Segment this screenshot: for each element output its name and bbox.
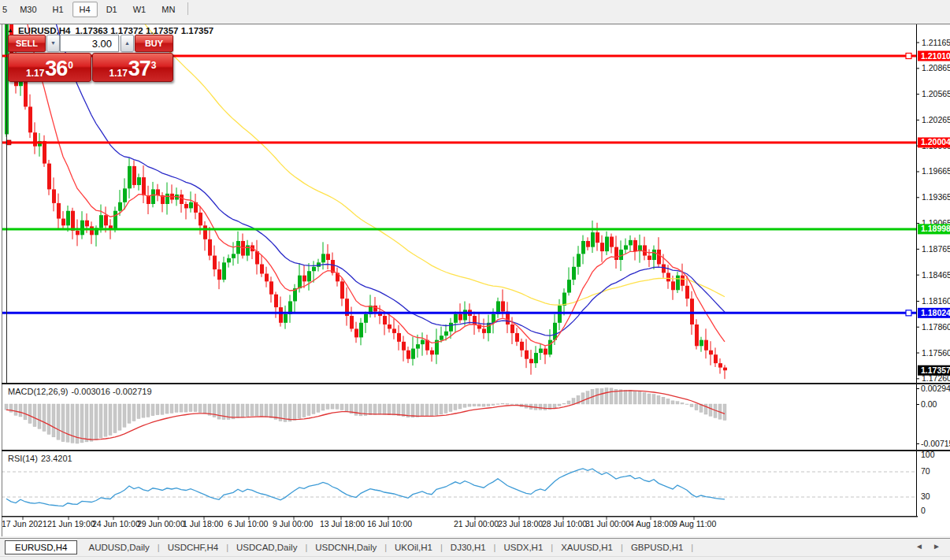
volume-increase-button[interactable]: ▲ [121, 35, 134, 52]
svg-text:29 Jun 00:00: 29 Jun 00:00 [137, 519, 185, 528]
svg-text:9 Jul 00:00: 9 Jul 00:00 [273, 519, 314, 528]
svg-text:13 Jul 18:00: 13 Jul 18:00 [320, 519, 365, 528]
svg-text:1.20865: 1.20865 [922, 63, 950, 72]
svg-text:1.18024: 1.18024 [921, 308, 950, 317]
horizontal-price-line-1.18998[interactable]: 1.18998 [2, 224, 950, 234]
svg-text:1 Jul 18:00: 1 Jul 18:00 [183, 519, 224, 528]
svg-text:-0.00715: -0.00715 [921, 439, 950, 448]
chart-tab-xauusd-h1[interactable]: XAUUSD,H1 [553, 541, 621, 554]
svg-text:16 Jul 10:00: 16 Jul 10:00 [367, 519, 412, 528]
chart-tab-usdcad-daily[interactable]: USDCAD,Daily [228, 541, 305, 554]
macd-histogram [5, 388, 726, 443]
svg-text:6 Jul 10:00: 6 Jul 10:00 [228, 519, 269, 528]
timeframe-button-5[interactable]: 5 [1, 2, 11, 17]
svg-text:0.002947: 0.002947 [921, 384, 950, 393]
svg-text:1.19665: 1.19665 [922, 166, 950, 176]
sell-price-pips: 36 [45, 58, 67, 80]
collapse-arrow-icon[interactable]: ▲ [7, 27, 13, 34]
timeframe-button-H4[interactable]: H4 [72, 2, 98, 17]
buy-button[interactable]: BUY [135, 35, 173, 52]
chart-tab-eurusd-h4[interactable]: EURUSD,H4 [5, 540, 77, 554]
svg-text:1.20265: 1.20265 [922, 115, 950, 124]
macd-values: -0.003016 -0.002719 [71, 387, 151, 396]
svg-text:31 Jul 00:00: 31 Jul 00:00 [585, 519, 630, 528]
svg-text:70: 70 [921, 466, 930, 476]
svg-text:1.18998: 1.18998 [921, 224, 950, 233]
chart-tab-usdchf-h4[interactable]: USDCHF,H4 [160, 541, 227, 554]
timeframe-button-MN[interactable]: MN [154, 2, 182, 17]
chart-tab-dj30-h1[interactable]: DJ30,H1 [443, 541, 494, 554]
svg-text:17 Jun 2021: 17 Jun 2021 [2, 519, 47, 528]
buy-price-point: 3 [151, 61, 157, 70]
rsi-title: RSI(14) [8, 454, 38, 463]
chart-tab-gbpusd-h1[interactable]: GBPUSD,H1 [623, 541, 691, 554]
svg-text:1.18160: 1.18160 [922, 296, 950, 306]
buy-price-button[interactable]: 1.17 37 3 [92, 53, 173, 82]
svg-text:1.18465: 1.18465 [922, 270, 950, 280]
svg-text:30: 30 [921, 491, 930, 501]
chart-tab-ukoil-h1[interactable]: UKOil,H1 [387, 541, 440, 554]
volume-decrease-button[interactable]: ▼ [46, 35, 60, 52]
tabs-scroll-left-icon[interactable]: ◄ [915, 542, 923, 551]
svg-text:28 Jul 10:00: 28 Jul 10:00 [542, 519, 587, 528]
time-axis[interactable]: 17 Jun 202121 Jun 19:0024 Jun 10:0029 Ju… [2, 516, 716, 528]
timeframe-button-M30[interactable]: M30 [13, 2, 43, 17]
sell-price-base: 1.17 [26, 67, 44, 80]
chart-tab-audusd-daily[interactable]: AUDUSD,Daily [80, 541, 157, 554]
toolbar-separator [187, 2, 188, 15]
svg-text:0: 0 [921, 506, 926, 515]
one-click-trading-panel: SELL ▼ ▲ BUY 1.17 36 0 1.17 37 3 [8, 35, 173, 80]
svg-text:1.17860: 1.17860 [922, 322, 950, 332]
buy-price-pips: 37 [128, 58, 150, 80]
timeframe-button-H1[interactable]: H1 [46, 2, 71, 17]
horizontal-price-line-1.20004[interactable]: 1.20004 [2, 137, 950, 147]
macd-title: MACD(12,26,9) [8, 387, 68, 396]
svg-text:21 Jun 19:00: 21 Jun 19:00 [47, 519, 95, 528]
svg-text:23 Jul 18:00: 23 Jul 18:00 [498, 519, 543, 528]
tabs-scroll-right-icon[interactable]: ► [933, 542, 941, 551]
rsi-label: RSI(14)23.4201 [8, 454, 72, 463]
svg-text:1.21165: 1.21165 [922, 38, 950, 47]
rsi-levels [2, 472, 916, 497]
svg-text:21 Jul 00:00: 21 Jul 00:00 [454, 519, 499, 528]
svg-text:1.21010: 1.21010 [921, 51, 950, 61]
rsi-line [6, 469, 725, 506]
chart-canvas[interactable]: 1.211651.208651.205651.202651.199651.196… [0, 0, 950, 560]
svg-text:1.17560: 1.17560 [922, 348, 950, 358]
tab-separator: | [691, 543, 693, 552]
timeframe-button-W1[interactable]: W1 [126, 2, 154, 17]
timeframe-button-D1[interactable]: D1 [99, 2, 124, 17]
svg-text:1.18765: 1.18765 [922, 244, 950, 254]
sell-button[interactable]: SELL [8, 35, 46, 52]
volume-input[interactable] [60, 35, 119, 52]
rsi-value: 23.4201 [41, 454, 72, 463]
svg-text:4 Aug 18:00: 4 Aug 18:00 [629, 519, 674, 528]
svg-text:1.20004: 1.20004 [921, 137, 950, 146]
svg-text:1.17357: 1.17357 [921, 365, 950, 375]
svg-text:9 Aug 11:00: 9 Aug 11:00 [673, 519, 716, 528]
status-bar [0, 556, 950, 560]
svg-text:1.20565: 1.20565 [922, 89, 950, 98]
svg-text:24 Jun 10:00: 24 Jun 10:00 [92, 519, 140, 528]
sell-price-point: 0 [68, 61, 73, 70]
buy-price-base: 1.17 [109, 67, 127, 80]
sell-price-button[interactable]: 1.17 36 0 [8, 53, 91, 82]
svg-text:1.19365: 1.19365 [922, 192, 950, 202]
chart-tab-usdx-h1[interactable]: USDX,H1 [495, 541, 551, 554]
current-price-label: 1.17357 [918, 365, 950, 376]
timeframe-toolbar: 5M30H1H4D1W1MN [0, 0, 950, 24]
svg-text:0.00: 0.00 [921, 399, 937, 409]
price-axis[interactable]: 1.211651.208651.205651.202651.199651.196… [916, 24, 950, 516]
macd-label: MACD(12,26,9)-0.003016 -0.002719 [8, 387, 152, 396]
chart-tab-usdcnh-daily[interactable]: USDCNH,Daily [307, 541, 384, 554]
chart-tab-bar: EURUSD,H4AUDUSD,Daily|USDCHF,H4|USDCAD,D… [0, 538, 950, 556]
mt4-window: 1.211651.208651.205651.202651.199651.196… [0, 0, 950, 560]
